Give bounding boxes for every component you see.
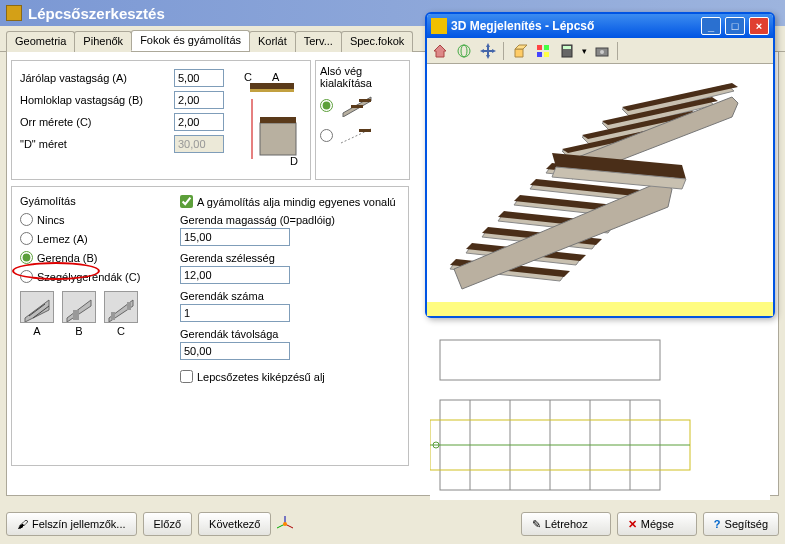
home-icon[interactable] [431,42,449,60]
beam-width-label: Gerenda szélesség [180,252,400,264]
svg-rect-20 [127,302,131,310]
svg-marker-39 [486,55,490,59]
svg-marker-43 [515,45,527,49]
tab-pihenok[interactable]: Pihenők [74,31,132,52]
svg-rect-3 [250,89,294,92]
svg-text:C: C [244,71,252,83]
viewer-title: 3D Megjelenítés - Lépcső [451,19,697,33]
separator [503,42,504,60]
cancel-button[interactable]: ✕ Mégse [617,512,697,536]
stair-type-c-icon [104,291,138,323]
tab-korlat[interactable]: Korlát [249,31,296,52]
beam-count-input[interactable] [180,304,290,322]
surface-button-label: Felszín jellemzők... [32,518,126,530]
move-icon[interactable] [479,42,497,60]
d-size-input [174,135,224,153]
close-button[interactable]: × [749,17,769,35]
prev-button[interactable]: Előző [143,512,193,536]
svg-rect-44 [537,45,542,50]
svg-marker-41 [492,49,496,53]
svg-text:D: D [290,155,298,167]
svg-rect-47 [544,52,549,57]
riser-thickness-input[interactable] [174,91,224,109]
stair-type-c[interactable]: C [104,291,138,337]
beam-width-input[interactable] [180,266,290,284]
beam-distance-label: Gerendák távolsága [180,328,400,340]
svg-point-51 [600,50,604,54]
svg-rect-12 [359,129,371,132]
svg-rect-5 [260,117,296,123]
minimize-button[interactable]: _ [701,17,721,35]
axis-icon [277,516,293,532]
viewer-window[interactable]: 3D Megjelenítés - Lépcső _ □ × ▾ [425,12,775,318]
tread-diagram: CA D [242,69,302,169]
d-size-label: "D" méret [20,138,170,150]
next-button[interactable]: Következő [198,512,271,536]
help-button-label: Segítség [725,518,768,530]
stair-type-b-icon [62,291,96,323]
svg-rect-10 [351,105,363,108]
end-panel: Alsó vég kialakítása [315,60,410,180]
support-nincs-radio[interactable] [20,213,33,226]
maximize-button[interactable]: □ [725,17,745,35]
beam-distance-input[interactable] [180,342,290,360]
svg-marker-42 [515,49,523,57]
support-szegely-radio[interactable] [20,270,33,283]
camera-icon[interactable] [593,42,611,60]
create-button-label: Létrehoz [545,518,588,530]
support-gerenda-label: Gerenda (B) [37,252,98,264]
surface-button[interactable]: 🖌 Felszín jellemzők... [6,512,137,536]
end-option2-icon [337,123,377,147]
end-option1-radio[interactable] [320,99,333,112]
svg-marker-40 [480,49,484,53]
viewer-titlebar[interactable]: 3D Megjelenítés - Lépcső _ □ × [427,14,773,38]
end-title2: kialakítása [320,77,405,89]
color-icon[interactable] [534,42,552,60]
cube-icon[interactable] [510,42,528,60]
stair-type-b-label: B [62,325,96,337]
calculator-icon[interactable] [558,42,576,60]
viewer-3d-area[interactable] [427,64,773,302]
stepped-label: Lepcsőzetes kiképzésű alj [197,371,325,383]
separator2 [617,42,618,60]
tab-fokok[interactable]: Fokok és gyámolítás [131,30,250,51]
dropdown-arrow-icon[interactable]: ▾ [582,46,587,56]
stair-type-a-label: A [20,325,54,337]
support-lemez-label: Lemez (A) [37,233,88,245]
support-gerenda-radio[interactable] [20,251,33,264]
end-option2-radio[interactable] [320,129,333,142]
svg-rect-2 [250,83,294,89]
nose-size-input[interactable] [174,113,224,131]
end-option1-icon [337,93,377,117]
support-szegely-label: Szegélygerendák (C) [37,271,140,283]
viewer-app-icon [431,18,447,34]
create-button[interactable]: ✎ Létrehoz [521,512,611,536]
tread-thickness-input[interactable] [174,69,224,87]
stair-type-a[interactable]: A [20,291,54,337]
support-lemez-radio[interactable] [20,232,33,245]
svg-point-36 [458,45,470,57]
svg-point-34 [283,522,287,526]
support-title: Gyámolítás [20,195,170,207]
stepped-checkbox[interactable] [180,370,193,383]
help-button[interactable]: ? Segítség [703,512,779,536]
tab-geometria[interactable]: Geometria [6,31,75,52]
svg-rect-21 [440,340,660,380]
svg-rect-17 [73,310,79,320]
tab-terv[interactable]: Terv... [295,31,342,52]
tab-specfokok[interactable]: Spec.fokok [341,31,413,52]
main-title: Lépcsőszerkesztés [28,5,165,22]
support-nincs-label: Nincs [37,214,65,226]
svg-marker-35 [434,45,446,57]
close-icon: ✕ [628,518,637,531]
beam-count-label: Gerendák száma [180,290,400,302]
stair-type-b[interactable]: B [62,291,96,337]
brush-icon: 🖌 [17,518,28,530]
stairs-3d-render [432,69,768,297]
straight-bottom-checkbox[interactable] [180,195,193,208]
help-icon: ? [714,518,721,530]
globe-icon[interactable] [455,42,473,60]
straight-bottom-label: A gyámolítás alja mindig egyenes vonalú [197,196,396,208]
svg-rect-46 [537,52,542,57]
beam-height-input[interactable] [180,228,290,246]
